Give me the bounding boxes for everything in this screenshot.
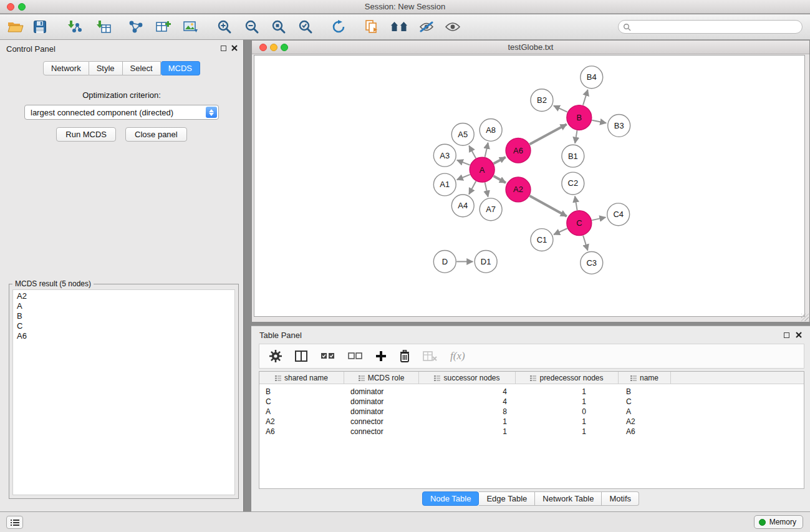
new-network-icon[interactable]: [128, 17, 143, 36]
graph-node-B[interactable]: B: [567, 105, 592, 130]
table-row[interactable]: Bdominator41B: [259, 387, 804, 397]
save-icon[interactable]: [34, 17, 46, 36]
graph-edge-A-A3[interactable]: [457, 160, 470, 165]
column-header-mcds-role[interactable]: MCDS role: [344, 372, 419, 384]
graph-edge-C-C2[interactable]: [575, 196, 577, 210]
graph-edge-B-B3[interactable]: [592, 120, 606, 123]
graph-node-A3[interactable]: A3: [433, 144, 456, 167]
graph-node-C1[interactable]: C1: [531, 229, 553, 251]
zoom-in-icon[interactable]: [217, 17, 232, 36]
graph-node-D[interactable]: D: [433, 251, 456, 273]
graph-edge-A-A2[interactable]: [494, 176, 506, 183]
import-table-icon[interactable]: [96, 17, 111, 36]
table-row[interactable]: Cdominator41C: [259, 397, 804, 407]
graph-node-B1[interactable]: B1: [562, 145, 584, 167]
graph-node-A8[interactable]: A8: [480, 119, 502, 142]
graph-edge-A-A6[interactable]: [494, 157, 506, 163]
open-folder-icon[interactable]: [7, 17, 24, 36]
search-field[interactable]: [618, 20, 803, 34]
column-header-shared-name[interactable]: shared name: [259, 372, 344, 384]
table-row[interactable]: A2connector11A2: [259, 417, 804, 427]
select-all-icon[interactable]: [321, 347, 335, 365]
function-builder-icon[interactable]: f(x): [450, 350, 465, 362]
graph-node-C2[interactable]: C2: [562, 172, 584, 195]
close-panel-icon[interactable]: [231, 44, 238, 52]
graph-node-A1[interactable]: A1: [433, 173, 456, 196]
list-item[interactable]: A: [13, 301, 234, 311]
list-item[interactable]: A2: [13, 291, 234, 301]
task-history-button[interactable]: [6, 516, 23, 529]
graph-node-A2[interactable]: A2: [506, 177, 531, 202]
delete-column-icon[interactable]: [400, 347, 410, 365]
mcds-result-list[interactable]: A2ABCA6: [12, 289, 235, 495]
graph-edge-C-C1[interactable]: [554, 228, 567, 235]
tab-edge-table[interactable]: Edge Table: [479, 491, 535, 506]
graph-edge-A2-C[interactable]: [529, 196, 566, 216]
graph-edge-B-B4[interactable]: [583, 90, 588, 105]
close-panel-button[interactable]: Close panel: [125, 127, 187, 142]
refresh-layout-icon[interactable]: [332, 17, 345, 36]
table-row[interactable]: A6connector11A6: [259, 427, 804, 437]
graph-edge-B-B2[interactable]: [554, 106, 567, 112]
graph-edge-B-B1[interactable]: [575, 130, 577, 143]
column-header-successor-nodes[interactable]: successor nodes: [419, 372, 516, 384]
graph-node-C4[interactable]: C4: [607, 203, 630, 226]
zoom-out-icon[interactable]: [244, 17, 259, 36]
graph-edge-A-A4[interactable]: [469, 181, 476, 195]
float-panel-icon[interactable]: [219, 44, 227, 52]
graph-edge-A6-B[interactable]: [529, 124, 566, 144]
graph-node-A[interactable]: A: [470, 157, 494, 182]
tab-motifs[interactable]: Motifs: [602, 491, 639, 506]
graph-edge-C-C3[interactable]: [583, 236, 587, 251]
home-views-icon[interactable]: [390, 17, 408, 36]
deselect-all-icon[interactable]: [348, 347, 362, 365]
search-input[interactable]: [634, 21, 802, 32]
copy-document-icon[interactable]: [365, 17, 379, 36]
import-network-icon[interactable]: [67, 17, 82, 36]
tab-node-table[interactable]: Node Table: [422, 491, 480, 506]
tab-network[interactable]: Network: [43, 61, 89, 75]
column-layout-icon[interactable]: [295, 347, 307, 365]
graph-edge-A-A1[interactable]: [457, 175, 470, 180]
new-table-icon[interactable]: [156, 17, 171, 36]
table-float-panel-icon[interactable]: [783, 331, 790, 339]
memory-button[interactable]: Memory: [754, 515, 803, 529]
list-item[interactable]: B: [13, 311, 234, 321]
graph-edge-A-A5[interactable]: [469, 146, 476, 158]
table-close-panel-icon[interactable]: [795, 331, 803, 339]
graph-node-A7[interactable]: A7: [480, 198, 502, 221]
tab-style[interactable]: Style: [89, 61, 123, 75]
tab-mcds[interactable]: MCDS: [161, 61, 200, 75]
graph-edge-C-C4[interactable]: [592, 217, 605, 220]
graph-node-A4[interactable]: A4: [451, 195, 474, 217]
column-header-name[interactable]: name: [619, 372, 671, 384]
graph-node-B4[interactable]: B4: [581, 66, 603, 89]
network-window-titlebar[interactable]: testGlobe.txt: [252, 41, 809, 54]
run-mcds-button[interactable]: Run MCDS: [56, 127, 116, 142]
graph-node-C3[interactable]: C3: [581, 251, 603, 274]
resize-grip[interactable]: [801, 314, 809, 321]
criterion-dropdown[interactable]: largest connected component (directed): [24, 105, 219, 120]
graph-edge-A-A8[interactable]: [485, 143, 488, 157]
show-details-icon[interactable]: [445, 17, 460, 36]
column-header-predecessor-nodes[interactable]: predecessor nodes: [516, 372, 619, 384]
graph-node-C[interactable]: C: [567, 211, 592, 236]
apply-style-icon[interactable]: [419, 17, 434, 36]
graph-node-A6[interactable]: A6: [506, 138, 531, 163]
graph-node-B2[interactable]: B2: [531, 89, 553, 112]
list-item[interactable]: C: [13, 321, 234, 331]
table-row[interactable]: Adominator80A: [259, 407, 804, 417]
graph-node-B3[interactable]: B3: [608, 115, 630, 137]
tab-select[interactable]: Select: [123, 61, 161, 75]
delete-table-icon[interactable]: [423, 347, 437, 365]
graph-node-D1[interactable]: D1: [475, 251, 497, 273]
add-column-icon[interactable]: [375, 347, 387, 365]
tab-network-table[interactable]: Network Table: [535, 491, 602, 506]
zoom-selected-icon[interactable]: [298, 17, 313, 36]
gear-icon[interactable]: [269, 347, 282, 365]
network-canvas[interactable]: B4B2BB3A8A5A6A3B1AC2A1A2A4A7C4CC1C3DD1: [254, 55, 805, 317]
graph-edge-A-A7[interactable]: [485, 183, 488, 197]
list-item[interactable]: A6: [13, 331, 234, 341]
zoom-fit-icon[interactable]: [271, 17, 286, 36]
export-image-icon[interactable]: [183, 17, 198, 36]
